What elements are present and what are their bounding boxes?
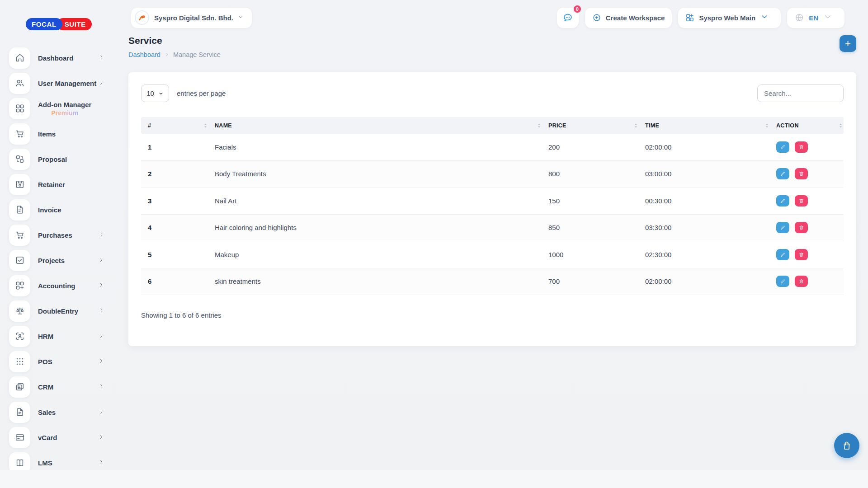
delete-button[interactable] [795, 141, 808, 153]
table-row: 6skin treatments70002:00:00 [141, 268, 844, 296]
sort-icon[interactable] [537, 122, 541, 129]
app-logo: FOCAL SUITE [26, 18, 92, 30]
shopping-bag-icon [841, 440, 852, 451]
language-selector[interactable]: EN [787, 8, 844, 28]
home-icon [9, 47, 30, 69]
sidebar-item-doubleentry[interactable]: DoubleEntry [0, 298, 128, 324]
sidebar-item-label: Sales [38, 408, 56, 416]
column-header-action[interactable]: ACTION [770, 122, 844, 129]
chevron-right-icon [99, 332, 104, 340]
chevron-right-icon [99, 54, 104, 62]
sidebar-item-items[interactable]: Items [0, 121, 128, 146]
workspace-name: Syspro Web Main [699, 14, 755, 22]
sidebar-item-accounting[interactable]: Accounting [0, 273, 128, 298]
edit-button[interactable] [776, 195, 789, 206]
page-title: Service [128, 35, 221, 46]
delete-button[interactable] [795, 249, 808, 260]
chevron-right-icon [99, 282, 104, 290]
table-row: 3Nail Art15000:30:00 [141, 188, 844, 215]
logo-focal: FOCAL [26, 18, 62, 30]
cell-price: 850 [542, 224, 639, 231]
sidebar-item-proposal[interactable]: Proposal [0, 146, 128, 172]
sidebar-item-vcard[interactable]: vCard [0, 425, 128, 450]
chevron-right-icon [165, 51, 169, 58]
credit-card-icon [9, 427, 30, 448]
sidebar-item-pos[interactable]: POS [0, 349, 128, 374]
column-header-name[interactable]: NAME [208, 122, 542, 129]
sidebar-item-label: DoubleEntry [38, 307, 78, 315]
column-header-price[interactable]: PRICE [542, 122, 639, 129]
delete-button[interactable] [795, 276, 808, 287]
scale-icon [9, 300, 30, 322]
squares-plus-icon [9, 376, 30, 398]
edit-button[interactable] [776, 222, 789, 233]
chat-button[interactable]: 0 [557, 8, 579, 28]
sort-icon[interactable] [203, 122, 208, 129]
company-selector[interactable]: Syspro Digital Sdn. Bhd. [131, 8, 252, 28]
table-row: 1Facials20002:00:00 [141, 134, 844, 161]
delete-button[interactable] [795, 168, 808, 179]
workspace-selector[interactable]: Syspro Web Main [678, 8, 781, 28]
cell-index: 3 [141, 197, 208, 205]
sidebar-item-sales[interactable]: Sales [0, 399, 128, 425]
sidebar-item-label: Retainer [38, 181, 65, 188]
sidebar-item-projects[interactable]: Projects [0, 248, 128, 273]
column-header-time[interactable]: TIME [639, 122, 770, 129]
chevron-right-icon [99, 383, 104, 391]
chevron-down-icon [158, 91, 164, 96]
create-workspace-button[interactable]: Create Workspace [585, 8, 672, 28]
sidebar-item-user-management[interactable]: User Management [0, 70, 128, 96]
edit-button[interactable] [776, 168, 789, 179]
breadcrumb-dashboard-link[interactable]: Dashboard [128, 51, 160, 58]
cell-name: Facials [208, 143, 542, 151]
sidebar-item-label: Add-on Manager [38, 101, 91, 108]
cell-time: 00:30:00 [639, 197, 770, 205]
sidebar-item-crm[interactable]: CRM [0, 374, 128, 399]
sort-icon[interactable] [634, 122, 638, 129]
chevron-right-icon [99, 256, 104, 264]
page-size-select[interactable]: 10 [141, 84, 169, 102]
delete-button[interactable] [795, 222, 808, 233]
file-icon [9, 402, 30, 423]
cell-name: Makeup [208, 251, 542, 258]
sidebar-item-dashboard[interactable]: Dashboard [0, 45, 128, 70]
cell-actions [770, 276, 844, 287]
sidebar-item-label: Invoice [38, 206, 61, 214]
chevron-right-icon [99, 357, 104, 366]
search-input[interactable] [757, 84, 844, 102]
edit-button[interactable] [776, 141, 789, 153]
company-logo-icon [135, 10, 149, 25]
sidebar-item-retainer[interactable]: Retainer [0, 172, 128, 197]
sort-icon[interactable] [839, 122, 843, 129]
sort-icon[interactable] [765, 122, 769, 129]
floppy-icon [9, 174, 30, 195]
cell-name: Nail Art [208, 197, 542, 205]
sidebar-item-label: vCard [38, 434, 57, 441]
sidebar-item-hrm[interactable]: HRM [0, 324, 128, 349]
user-scan-icon [9, 326, 30, 347]
delete-button[interactable] [795, 195, 808, 206]
edit-button[interactable] [776, 249, 789, 260]
edit-button[interactable] [776, 276, 789, 287]
sidebar-item-invoice[interactable]: Invoice [0, 197, 128, 222]
cell-actions [770, 141, 844, 153]
globe-icon [794, 13, 804, 23]
table-header-row: #NAMEPRICETIMEACTION [141, 117, 844, 134]
sidebar: DashboardUser ManagementAdd-on ManagerPr… [0, 45, 128, 470]
sidebar-item-add-on-manager[interactable]: Add-on ManagerPremium [0, 96, 128, 121]
cell-actions [770, 195, 844, 206]
cell-index: 2 [141, 170, 208, 178]
cell-price: 150 [542, 197, 639, 205]
floating-shop-button[interactable] [834, 433, 859, 458]
cart-icon [9, 123, 30, 145]
sidebar-item-lms[interactable]: LMS [0, 450, 128, 470]
column-header-index[interactable]: # [141, 122, 208, 129]
file-icon [9, 199, 30, 221]
chevron-right-icon [99, 79, 104, 87]
premium-badge: Premium [51, 109, 78, 117]
sidebar-item-label: CRM [38, 383, 53, 391]
cell-actions [770, 222, 844, 233]
add-service-button[interactable]: + [840, 35, 856, 52]
entries-per-page-label: entries per page [177, 89, 226, 97]
sidebar-item-purchases[interactable]: Purchases [0, 222, 128, 248]
